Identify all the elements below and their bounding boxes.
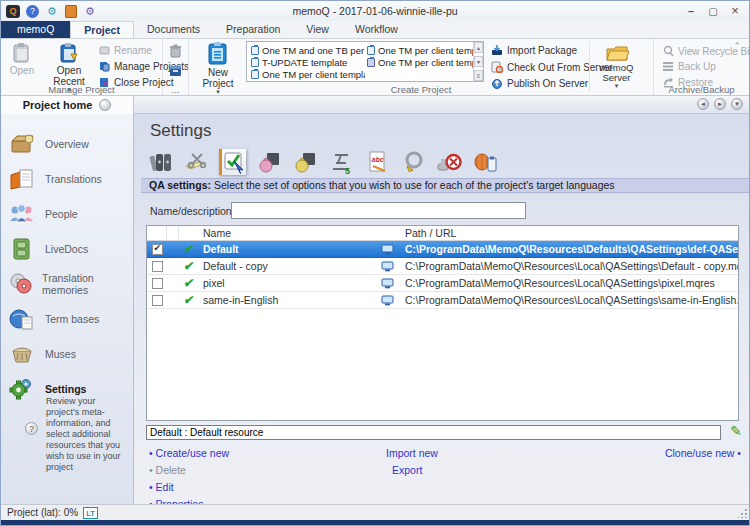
template-icon [251, 46, 259, 55]
qa-check-icon[interactable] [219, 149, 246, 175]
lantern-clipboard-icon[interactable] [471, 149, 498, 175]
table-row[interactable]: ✔ Default - copy C:\ProgramData\MemoQ\Re… [147, 258, 738, 275]
group-create-project: New Project ▾ One TM and one TB per ... … [189, 39, 654, 95]
scroll-down-icon[interactable]: ▾ [474, 56, 483, 67]
export-link[interactable]: Export [392, 464, 422, 476]
name-description-input[interactable] [231, 202, 526, 219]
resource-console-icon[interactable] [65, 5, 77, 18]
yellow-puzzle-icon[interactable] [291, 149, 318, 175]
binders-icon[interactable] [147, 149, 174, 175]
forward-icon[interactable]: ► [714, 98, 726, 110]
window-controls [681, 4, 749, 19]
row-checkbox[interactable] [152, 244, 163, 255]
resource-path: C:\ProgramData\MemoQ\Resources\Local\QAS… [403, 294, 738, 306]
valid-check-icon: ✔ [183, 259, 195, 273]
pin-icon[interactable]: ▼ [731, 98, 743, 110]
resource-name: pixel [199, 277, 381, 289]
delete-trash-icon[interactable] [169, 44, 182, 58]
template-item[interactable]: One TM per client template 2 [367, 44, 473, 56]
row-checkbox[interactable] [152, 278, 163, 289]
local-resource-icon [381, 261, 394, 272]
tab-view[interactable]: View [293, 21, 342, 38]
kanji-number-5-icon[interactable]: 5 [327, 149, 354, 175]
group-overflow: ... [163, 39, 189, 95]
project-home-tab[interactable]: Project home [1, 96, 134, 114]
clone-use-new-link[interactable]: Clone/use new [665, 447, 741, 459]
edit-link[interactable]: Edit [149, 481, 174, 493]
stamp-forbidden-icon[interactable] [435, 149, 462, 175]
sidebar-item-term-bases[interactable]: Term bases [7, 304, 99, 334]
scissors-segmentation-icon[interactable] [183, 149, 210, 175]
ribbon: Open Open Recent ▾ Rename [1, 39, 749, 96]
collapse-ribbon-icon[interactable]: ⌃ [733, 41, 741, 51]
tab-memoq[interactable]: memoQ [1, 21, 70, 38]
rename-icon [99, 45, 110, 56]
template-item[interactable]: One TM and one TB per ... [251, 44, 365, 56]
sidebar-item-translation-memories[interactable]: Translation memories [7, 269, 133, 299]
project-progress-text: Project (lat): 0% [7, 507, 78, 518]
sidebar-item-muses[interactable]: Muses [7, 339, 76, 369]
navigation-buttons: ◄ ► ▼ [697, 98, 743, 110]
memoq-server-icon [605, 43, 629, 62]
resource-description-input[interactable] [146, 425, 721, 440]
edit-description-pencil-icon[interactable]: ✎ [730, 423, 742, 439]
local-resource-icon [381, 278, 394, 289]
help-question-icon[interactable]: ? [25, 422, 38, 435]
column-header-name[interactable]: Name [199, 227, 381, 239]
memoq-logo-icon[interactable]: Q [6, 5, 20, 18]
help-icon[interactable]: ? [26, 5, 39, 18]
sidebar-item-people[interactable]: People [7, 199, 78, 229]
rename-button: Rename [99, 45, 152, 56]
tab-documents[interactable]: Documents [134, 21, 213, 38]
back-up-icon [662, 61, 674, 72]
delete-link: Delete [149, 464, 186, 476]
window-bottom-edge [1, 520, 749, 525]
sidebar-item-overview[interactable]: Overview [7, 129, 89, 159]
sidebar-item-livedocs[interactable]: LiveDocs [7, 234, 88, 264]
ribbon-tab-bar: memoQ Project Documents Preparation View… [1, 21, 749, 39]
resize-grip[interactable] [738, 509, 747, 518]
ring-pencil-icon[interactable] [399, 149, 426, 175]
table-row[interactable]: ✔ same-in-English C:\ProgramData\MemoQ\R… [147, 292, 738, 309]
scroll-up-icon[interactable]: ▴ [474, 42, 483, 53]
project-home-sidebar: Overview Translations People [1, 114, 134, 504]
local-resource-icon [381, 244, 394, 255]
document-abc-icon[interactable]: abc [363, 149, 390, 175]
sidebar-item-translations[interactable]: Translations [7, 164, 102, 194]
minimize-button[interactable] [681, 4, 701, 19]
table-row[interactable]: ✔ Default C:\ProgramData\MemoQ\Resources… [147, 241, 738, 258]
open-button: Open [4, 42, 40, 76]
import-new-link[interactable]: Import new [386, 447, 438, 459]
resource-name: Default [199, 243, 381, 255]
create-use-new-link[interactable]: Create/use new [149, 447, 229, 459]
row-checkbox[interactable] [152, 261, 163, 272]
pink-puzzle-icon[interactable] [255, 149, 282, 175]
template-item[interactable]: T-UPDATE template [251, 56, 365, 68]
maximize-button[interactable] [703, 4, 723, 19]
template-item[interactable]: One TM per client template [367, 56, 473, 68]
column-header-path[interactable]: Path / URL [403, 227, 738, 239]
muses-icon [7, 341, 37, 367]
tab-project[interactable]: Project [70, 21, 134, 38]
template-item[interactable]: One TM per client template 2 [251, 68, 365, 80]
template-scrollbar[interactable]: ▴ ▾ ≡ [473, 42, 483, 81]
row-checkbox[interactable] [152, 295, 163, 306]
tab-preparation[interactable]: Preparation [213, 21, 293, 38]
template-icon [251, 58, 259, 67]
server-gear-icon[interactable]: ⚙ [83, 5, 97, 18]
table-row[interactable]: ✔ pixel C:\ProgramData\MemoQ\Resources\L… [147, 275, 738, 292]
close-button[interactable] [725, 4, 745, 19]
archive-box-icon[interactable] [169, 65, 182, 77]
overview-icon [7, 131, 37, 157]
tab-workflow[interactable]: Workflow [342, 21, 411, 38]
gears-icon[interactable]: ⚙ [45, 5, 59, 18]
page-title: Settings [150, 121, 211, 141]
more-templates-icon[interactable]: ≡ [474, 70, 483, 81]
valid-check-icon: ✔ [183, 242, 195, 256]
resource-path: C:\ProgramData\MemoQ\Resources\Local\QAS… [403, 260, 738, 272]
template-icon [367, 46, 375, 55]
import-package-button[interactable]: Import Package [491, 45, 577, 56]
term-bases-icon [7, 306, 37, 332]
back-icon[interactable]: ◄ [697, 98, 709, 110]
tab-orb-icon[interactable] [99, 99, 111, 111]
